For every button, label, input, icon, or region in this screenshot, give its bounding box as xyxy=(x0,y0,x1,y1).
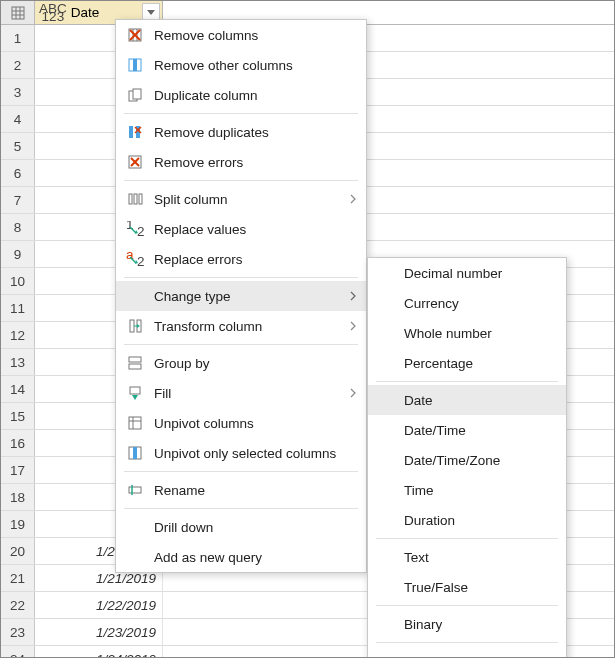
row-number[interactable]: 22 xyxy=(1,592,35,618)
menu-drill-down[interactable]: Drill down xyxy=(116,512,366,542)
svg-rect-24 xyxy=(139,194,142,204)
menu-duplicate-column[interactable]: Duplicate column xyxy=(116,80,366,110)
menu-item-label: Change type xyxy=(154,289,350,304)
type-date-time-zone[interactable]: Date/Time/Zone xyxy=(368,445,566,475)
row-number[interactable]: 3 xyxy=(1,79,35,105)
row-number[interactable]: 5 xyxy=(1,133,35,159)
menu-split-column[interactable]: Split column xyxy=(116,184,366,214)
table-icon xyxy=(11,6,25,20)
type-date[interactable]: Date xyxy=(368,385,566,415)
menu-remove-columns[interactable]: Remove columns xyxy=(116,20,366,50)
row-number[interactable]: 13 xyxy=(1,349,35,375)
type-indicator-icon: ABC 123 xyxy=(39,5,67,21)
menu-item-label: Date/Time/Zone xyxy=(404,453,556,468)
svg-rect-34 xyxy=(129,357,141,362)
row-number[interactable]: 4 xyxy=(1,106,35,132)
row-number[interactable]: 7 xyxy=(1,187,35,213)
type-true-false[interactable]: True/False xyxy=(368,572,566,602)
type-whole-number[interactable]: Whole number xyxy=(368,318,566,348)
type-decimal-number[interactable]: Decimal number xyxy=(368,258,566,288)
svg-text:2: 2 xyxy=(137,254,144,267)
type-using-locale[interactable]: Using locale... xyxy=(368,646,566,658)
type-currency[interactable]: Currency xyxy=(368,288,566,318)
menu-add-as-new-query[interactable]: Add as new query xyxy=(116,542,366,572)
menu-item-label: Group by xyxy=(154,356,356,371)
transform-icon xyxy=(124,315,146,337)
menu-item-label: Remove other columns xyxy=(154,58,356,73)
menu-item-label: Remove columns xyxy=(154,28,356,43)
row-number[interactable]: 11 xyxy=(1,295,35,321)
row-number[interactable]: 21 xyxy=(1,565,35,591)
row-number[interactable]: 15 xyxy=(1,403,35,429)
svg-rect-0 xyxy=(12,7,24,19)
cell-date[interactable]: 1/22/2019 xyxy=(35,592,163,618)
rename-icon xyxy=(124,479,146,501)
blank-icon xyxy=(124,516,146,538)
menu-group-by[interactable]: Group by xyxy=(116,348,366,378)
type-text[interactable]: Text xyxy=(368,542,566,572)
chevron-right-icon xyxy=(350,388,356,398)
row-number[interactable]: 24 xyxy=(1,646,35,658)
chevron-right-icon xyxy=(350,291,356,301)
row-number[interactable]: 18 xyxy=(1,484,35,510)
menu-item-label: Rename xyxy=(154,483,356,498)
menu-item-label: Binary xyxy=(404,617,556,632)
fill-icon xyxy=(124,382,146,404)
menu-transform-column[interactable]: Transform column xyxy=(116,311,366,341)
menu-separator xyxy=(124,344,358,345)
type-date-time[interactable]: Date/Time xyxy=(368,415,566,445)
menu-item-label: Transform column xyxy=(154,319,350,334)
type-time[interactable]: Time xyxy=(368,475,566,505)
menu-unpivot-only-selected[interactable]: Unpivot only selected columns xyxy=(116,438,366,468)
menu-item-label: Decimal number xyxy=(404,266,556,281)
type-duration[interactable]: Duration xyxy=(368,505,566,535)
row-number[interactable]: 19 xyxy=(1,511,35,537)
svg-marker-37 xyxy=(132,395,138,400)
type-binary[interactable]: Binary xyxy=(368,609,566,639)
menu-replace-values[interactable]: 12 Replace values xyxy=(116,214,366,244)
menu-item-label: Percentage xyxy=(404,356,556,371)
svg-rect-14 xyxy=(133,89,141,99)
menu-unpivot-columns[interactable]: Unpivot columns xyxy=(116,408,366,438)
menu-item-label: Text xyxy=(404,550,556,565)
row-number[interactable]: 10 xyxy=(1,268,35,294)
menu-item-label: Whole number xyxy=(404,326,556,341)
row-number[interactable]: 6 xyxy=(1,160,35,186)
select-all-corner[interactable] xyxy=(1,1,35,24)
row-number[interactable]: 8 xyxy=(1,214,35,240)
menu-fill[interactable]: Fill xyxy=(116,378,366,408)
menu-item-label: Time xyxy=(404,483,556,498)
row-number[interactable]: 2 xyxy=(1,52,35,78)
menu-separator xyxy=(124,180,358,181)
row-number[interactable]: 1 xyxy=(1,25,35,51)
menu-change-type[interactable]: Change type xyxy=(116,281,366,311)
menu-remove-other-columns[interactable]: Remove other columns xyxy=(116,50,366,80)
menu-separator xyxy=(124,471,358,472)
menu-separator xyxy=(376,605,558,606)
menu-item-label: Duration xyxy=(404,513,556,528)
row-number[interactable]: 16 xyxy=(1,430,35,456)
row-number[interactable]: 20 xyxy=(1,538,35,564)
menu-item-label: Replace errors xyxy=(154,252,356,267)
menu-replace-errors[interactable]: a2 Replace errors xyxy=(116,244,366,274)
menu-rename[interactable]: Rename xyxy=(116,475,366,505)
group-by-icon xyxy=(124,352,146,374)
row-number[interactable]: 12 xyxy=(1,322,35,348)
cell-date[interactable]: 1/23/2019 xyxy=(35,619,163,645)
menu-remove-errors[interactable]: Remove errors xyxy=(116,147,366,177)
row-number[interactable]: 9 xyxy=(1,241,35,267)
blank-icon xyxy=(124,285,146,307)
row-number[interactable]: 14 xyxy=(1,376,35,402)
menu-item-label: Unpivot only selected columns xyxy=(154,446,356,461)
svg-rect-36 xyxy=(130,387,140,394)
unpivot-selected-icon xyxy=(124,442,146,464)
svg-rect-12 xyxy=(133,59,137,71)
row-number[interactable]: 23 xyxy=(1,619,35,645)
menu-remove-duplicates[interactable]: Remove duplicates xyxy=(116,117,366,147)
chevron-right-icon xyxy=(350,194,356,204)
row-number[interactable]: 17 xyxy=(1,457,35,483)
svg-marker-33 xyxy=(137,324,140,328)
type-percentage[interactable]: Percentage xyxy=(368,348,566,378)
menu-item-label: Fill xyxy=(154,386,350,401)
cell-date[interactable]: 1/24/2019 xyxy=(35,646,163,658)
